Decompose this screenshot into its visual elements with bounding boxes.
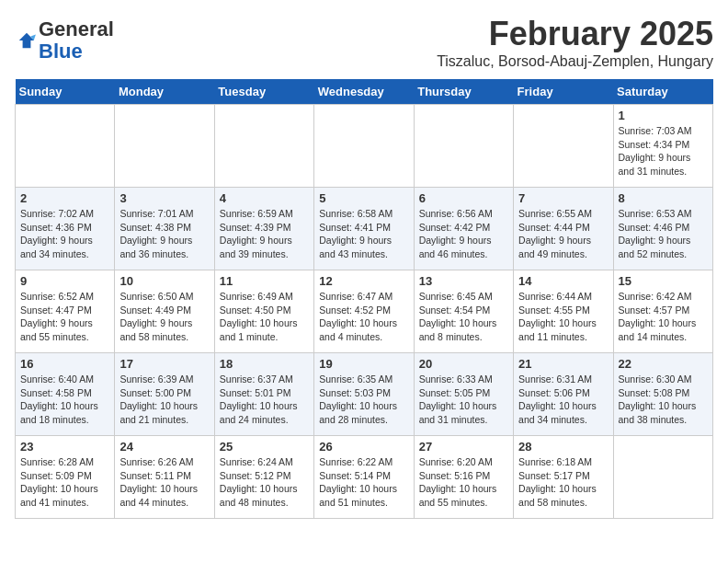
day-number: 7: [518, 191, 608, 205]
day-info: Sunrise: 6:55 AM Sunset: 4:44 PM Dayligh…: [518, 208, 592, 259]
day-info: Sunrise: 6:31 AM Sunset: 5:06 PM Dayligh…: [518, 373, 597, 425]
day-number: 9: [20, 274, 109, 288]
calendar-cell: 27Sunrise: 6:20 AM Sunset: 5:16 PM Dayli…: [414, 436, 513, 519]
day-info: Sunrise: 6:52 AM Sunset: 4:47 PM Dayligh…: [20, 291, 94, 342]
day-info: Sunrise: 6:50 AM Sunset: 4:49 PM Dayligh…: [119, 291, 193, 342]
day-info: Sunrise: 6:28 AM Sunset: 5:09 PM Dayligh…: [20, 456, 98, 508]
day-info: Sunrise: 6:42 AM Sunset: 4:57 PM Dayligh…: [619, 291, 697, 342]
calendar-cell: 14Sunrise: 6:44 AM Sunset: 4:55 PM Dayli…: [514, 270, 613, 353]
calendar-cell: 21Sunrise: 6:31 AM Sunset: 5:06 PM Dayli…: [514, 353, 613, 436]
calendar-cell: 2Sunrise: 7:02 AM Sunset: 4:36 PM Daylig…: [16, 188, 115, 270]
weekday-header-thursday: Thursday: [414, 79, 513, 105]
calendar-cell: 4Sunrise: 6:59 AM Sunset: 4:39 PM Daylig…: [214, 188, 313, 270]
day-info: Sunrise: 6:49 AM Sunset: 4:50 PM Dayligh…: [220, 291, 298, 342]
day-number: 10: [119, 274, 209, 288]
calendar-cell: 3Sunrise: 7:01 AM Sunset: 4:38 PM Daylig…: [115, 188, 214, 270]
weekday-header-sunday: Sunday: [16, 79, 115, 105]
day-number: 12: [319, 274, 408, 288]
day-number: 15: [619, 274, 708, 288]
calendar-cell: 6Sunrise: 6:56 AM Sunset: 4:42 PM Daylig…: [414, 188, 513, 270]
day-number: 18: [220, 357, 309, 371]
day-number: 11: [220, 274, 309, 288]
calendar-cell: 5Sunrise: 6:58 AM Sunset: 4:41 PM Daylig…: [314, 188, 414, 270]
calendar-cell: [314, 105, 414, 188]
day-info: Sunrise: 6:53 AM Sunset: 4:46 PM Dayligh…: [619, 208, 692, 259]
header: General Blue February 2025 Tiszaluc, Bor…: [15, 15, 713, 70]
day-info: Sunrise: 6:26 AM Sunset: 5:11 PM Dayligh…: [119, 456, 198, 508]
day-number: 17: [119, 357, 209, 371]
location-title: Tiszaluc, Borsod-Abauj-Zemplen, Hungary: [437, 53, 713, 70]
calendar-cell: 10Sunrise: 6:50 AM Sunset: 4:49 PM Dayli…: [115, 270, 214, 353]
day-info: Sunrise: 6:33 AM Sunset: 5:05 PM Dayligh…: [419, 373, 497, 425]
day-info: Sunrise: 6:18 AM Sunset: 5:17 PM Dayligh…: [518, 456, 597, 508]
calendar-cell: 8Sunrise: 6:53 AM Sunset: 4:46 PM Daylig…: [613, 188, 712, 270]
day-info: Sunrise: 6:24 AM Sunset: 5:12 PM Dayligh…: [220, 456, 298, 508]
calendar-cell: [613, 436, 712, 519]
calendar-cell: 22Sunrise: 6:30 AM Sunset: 5:08 PM Dayli…: [613, 353, 712, 436]
day-info: Sunrise: 7:01 AM Sunset: 4:38 PM Dayligh…: [119, 208, 193, 259]
calendar-cell: [214, 105, 313, 188]
calendar-cell: [514, 105, 613, 188]
calendar-table: SundayMondayTuesdayWednesdayThursdayFrid…: [15, 79, 713, 519]
day-info: Sunrise: 6:20 AM Sunset: 5:16 PM Dayligh…: [419, 456, 497, 508]
title-block: February 2025 Tiszaluc, Borsod-Abauj-Zem…: [437, 15, 713, 70]
calendar-cell: 20Sunrise: 6:33 AM Sunset: 5:05 PM Dayli…: [414, 353, 513, 436]
day-info: Sunrise: 6:59 AM Sunset: 4:39 PM Dayligh…: [220, 208, 293, 259]
day-number: 5: [319, 191, 408, 205]
logo-general-text: General: [39, 17, 114, 40]
day-info: Sunrise: 7:03 AM Sunset: 4:34 PM Dayligh…: [619, 125, 692, 177]
calendar-cell: 28Sunrise: 6:18 AM Sunset: 5:17 PM Dayli…: [514, 436, 613, 519]
day-number: 1: [619, 109, 708, 122]
day-info: Sunrise: 6:58 AM Sunset: 4:41 PM Dayligh…: [319, 208, 392, 259]
day-number: 19: [319, 357, 408, 371]
weekday-header-wednesday: Wednesday: [314, 79, 414, 105]
day-info: Sunrise: 6:22 AM Sunset: 5:14 PM Dayligh…: [319, 456, 397, 508]
day-number: 21: [518, 357, 608, 371]
calendar-cell: 17Sunrise: 6:39 AM Sunset: 5:00 PM Dayli…: [115, 353, 214, 436]
calendar-cell: [414, 105, 513, 188]
day-number: 2: [20, 191, 109, 205]
weekday-header-saturday: Saturday: [613, 79, 712, 105]
day-info: Sunrise: 6:45 AM Sunset: 4:54 PM Dayligh…: [419, 291, 497, 342]
month-title: February 2025: [437, 15, 713, 53]
day-number: 20: [419, 357, 508, 371]
calendar-cell: 24Sunrise: 6:26 AM Sunset: 5:11 PM Dayli…: [115, 436, 214, 519]
day-info: Sunrise: 7:02 AM Sunset: 4:36 PM Dayligh…: [20, 208, 94, 259]
day-number: 26: [319, 440, 408, 454]
day-info: Sunrise: 6:56 AM Sunset: 4:42 PM Dayligh…: [419, 208, 493, 259]
day-number: 25: [220, 440, 309, 454]
calendar-cell: [115, 105, 214, 188]
day-number: 27: [419, 440, 508, 454]
day-number: 14: [518, 274, 608, 288]
day-info: Sunrise: 6:47 AM Sunset: 4:52 PM Dayligh…: [319, 291, 397, 342]
calendar-cell: 15Sunrise: 6:42 AM Sunset: 4:57 PM Dayli…: [613, 270, 712, 353]
calendar-cell: 7Sunrise: 6:55 AM Sunset: 4:44 PM Daylig…: [514, 188, 613, 270]
calendar-cell: 26Sunrise: 6:22 AM Sunset: 5:14 PM Dayli…: [314, 436, 414, 519]
weekday-header-monday: Monday: [115, 79, 214, 105]
day-info: Sunrise: 6:35 AM Sunset: 5:03 PM Dayligh…: [319, 373, 397, 425]
weekday-header-tuesday: Tuesday: [214, 79, 313, 105]
weekday-header-friday: Friday: [514, 79, 613, 105]
calendar-cell: 16Sunrise: 6:40 AM Sunset: 4:58 PM Dayli…: [16, 353, 115, 436]
logo-icon: [17, 30, 37, 51]
day-number: 24: [119, 440, 209, 454]
calendar-cell: 18Sunrise: 6:37 AM Sunset: 5:01 PM Dayli…: [214, 353, 313, 436]
calendar-cell: [16, 105, 115, 188]
calendar-cell: 13Sunrise: 6:45 AM Sunset: 4:54 PM Dayli…: [414, 270, 513, 353]
calendar-cell: 19Sunrise: 6:35 AM Sunset: 5:03 PM Dayli…: [314, 353, 414, 436]
day-number: 8: [619, 191, 708, 205]
calendar-cell: 1Sunrise: 7:03 AM Sunset: 4:34 PM Daylig…: [613, 105, 712, 188]
day-number: 3: [119, 191, 209, 205]
calendar-cell: 23Sunrise: 6:28 AM Sunset: 5:09 PM Dayli…: [16, 436, 115, 519]
day-info: Sunrise: 6:44 AM Sunset: 4:55 PM Dayligh…: [518, 291, 597, 342]
calendar-cell: 9Sunrise: 6:52 AM Sunset: 4:47 PM Daylig…: [16, 270, 115, 353]
day-number: 4: [220, 191, 309, 205]
logo: General Blue: [15, 18, 114, 63]
calendar-cell: 25Sunrise: 6:24 AM Sunset: 5:12 PM Dayli…: [214, 436, 313, 519]
day-number: 28: [518, 440, 608, 454]
day-number: 16: [20, 357, 109, 371]
day-number: 13: [419, 274, 508, 288]
day-info: Sunrise: 6:37 AM Sunset: 5:01 PM Dayligh…: [220, 373, 298, 425]
calendar-cell: 12Sunrise: 6:47 AM Sunset: 4:52 PM Dayli…: [314, 270, 414, 353]
calendar-cell: 11Sunrise: 6:49 AM Sunset: 4:50 PM Dayli…: [214, 270, 313, 353]
